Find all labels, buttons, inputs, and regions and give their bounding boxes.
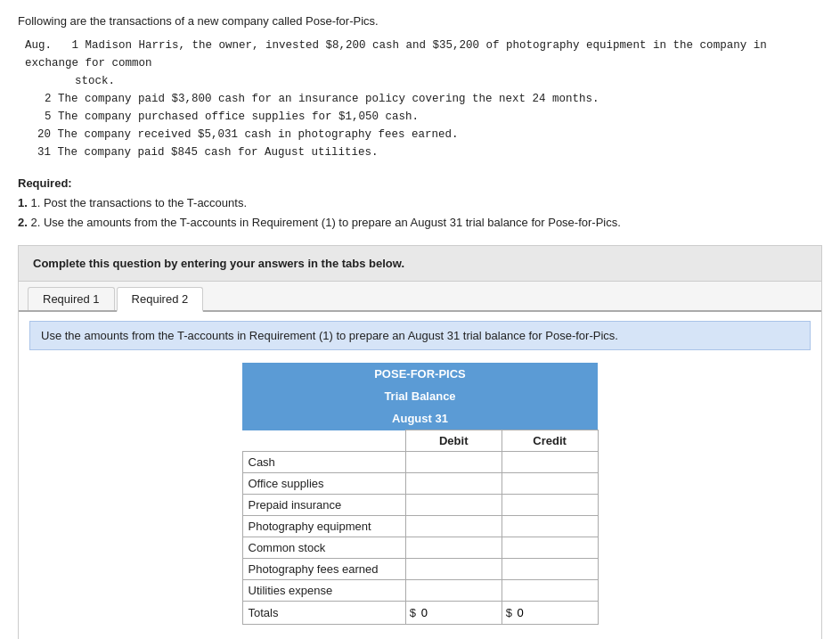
office-supplies-debit-input[interactable] [406, 473, 502, 494]
row-label-common-stock: Common stock [242, 537, 405, 559]
cash-credit-cell[interactable] [502, 452, 598, 473]
cash-credit-input[interactable] [502, 452, 598, 472]
table-row: Utilities expense [242, 580, 598, 602]
tab-instruction: Use the amounts from the T-accounts in R… [29, 321, 811, 350]
transactions-block: Aug. 1 Madison Harris, the owner, invest… [25, 37, 822, 161]
trial-balance-table: POSE-FOR-PICS Trial Balance August 31 De… [242, 363, 599, 625]
utilities-expense-credit-cell[interactable] [502, 580, 598, 602]
required-point1: 1. 1. Post the transactions to the T-acc… [18, 193, 822, 213]
report-date-cell: August 31 [242, 407, 598, 430]
totals-credit-dollar: $ [506, 606, 512, 619]
prepaid-insurance-debit-input[interactable] [406, 495, 502, 515]
photography-equipment-debit-cell[interactable] [405, 516, 502, 537]
utilities-expense-debit-cell[interactable] [405, 580, 502, 602]
prepaid-insurance-credit-cell[interactable] [502, 495, 598, 516]
month-label: Aug. 1 Madison Harris, the owner, invest… [25, 39, 767, 70]
totals-debit-cell[interactable]: $ [405, 602, 502, 625]
transaction-line-2: 2 The company paid $3,800 cash for an in… [45, 90, 822, 108]
row-label-photography-fees: Photography fees earned [242, 559, 405, 580]
row-label-photography-equipment: Photography equipment [242, 516, 405, 537]
transaction-line-4: 20 The company received $5,031 cash in p… [37, 126, 822, 143]
instruction-box-text: Complete this question by entering your … [33, 257, 404, 270]
totals-label: Totals [242, 602, 405, 625]
tab-required2[interactable]: Required 2 [117, 287, 204, 312]
transaction-line-5: 31 The company paid $845 cash for August… [37, 143, 822, 161]
row-label-prepaid-insurance: Prepaid insurance [242, 495, 405, 516]
common-stock-credit-input[interactable] [502, 537, 598, 558]
common-stock-credit-cell[interactable] [502, 537, 598, 559]
transaction-line-3: 5 The company purchased office supplies … [45, 108, 822, 126]
common-stock-debit-cell[interactable] [405, 537, 502, 559]
intro-text: Following are the transactions of a new … [18, 14, 822, 28]
row-label-office-supplies: Office supplies [242, 473, 405, 495]
col-debit-header: Debit [405, 430, 502, 452]
col-credit-header: Credit [502, 430, 598, 452]
transaction-line-1b: stock. [75, 72, 822, 90]
photography-equipment-debit-input[interactable] [406, 516, 502, 537]
table-row: Prepaid insurance [242, 495, 598, 516]
office-supplies-debit-cell[interactable] [405, 473, 502, 495]
photography-fees-debit-cell[interactable] [405, 559, 502, 580]
report-date-row: August 31 [242, 407, 598, 430]
transaction-line-1: Aug. 1 Madison Harris, the owner, invest… [25, 37, 822, 72]
row-label-cash: Cash [242, 452, 405, 473]
utilities-expense-debit-input[interactable] [406, 580, 502, 601]
company-name-cell: POSE-FOR-PICS [242, 363, 598, 385]
row-label-utilities-expense: Utilities expense [242, 580, 405, 602]
required-section: Required: 1. 1. Post the transactions to… [18, 174, 822, 233]
totals-credit-input[interactable] [518, 606, 562, 619]
utilities-expense-credit-input[interactable] [502, 580, 598, 601]
table-row: Office supplies [242, 473, 598, 495]
required-label: Required: [18, 174, 822, 193]
tab-instruction-text: Use the amounts from the T-accounts in R… [41, 329, 618, 342]
office-supplies-credit-input[interactable] [502, 473, 598, 494]
common-stock-debit-input[interactable] [406, 537, 502, 558]
col-label-spacer [242, 430, 405, 452]
photography-fees-credit-cell[interactable] [502, 559, 598, 580]
office-supplies-credit-cell[interactable] [502, 473, 598, 495]
photography-equipment-credit-input[interactable] [502, 516, 598, 537]
tab2-content: Use the amounts from the T-accounts in R… [19, 312, 821, 639]
totals-debit-dollar: $ [410, 606, 416, 619]
col-headers-row: Debit Credit [242, 430, 598, 452]
table-row: Photography equipment [242, 516, 598, 537]
tabs-row: Required 1 Required 2 [19, 282, 821, 312]
prepaid-insurance-credit-input[interactable] [502, 495, 598, 515]
table-row: Common stock [242, 537, 598, 559]
tab-required1[interactable]: Required 1 [28, 287, 115, 310]
table-row: Cash [242, 452, 598, 473]
photography-fees-debit-input[interactable] [406, 559, 502, 579]
tabs-container: Required 1 Required 2 Use the amounts fr… [18, 282, 822, 639]
required-point2: 2. 2. Use the amounts from the T-account… [18, 213, 822, 233]
photography-fees-credit-input[interactable] [502, 559, 598, 579]
prepaid-insurance-debit-cell[interactable] [405, 495, 502, 516]
company-name-row: POSE-FOR-PICS [242, 363, 598, 385]
cash-debit-input[interactable] [406, 452, 502, 472]
photography-equipment-credit-cell[interactable] [502, 516, 598, 537]
totals-debit-input[interactable] [421, 606, 466, 619]
instruction-box: Complete this question by entering your … [18, 245, 822, 282]
table-row: Photography fees earned [242, 559, 598, 580]
totals-credit-cell[interactable]: $ [502, 602, 598, 625]
report-title-cell: Trial Balance [242, 385, 598, 407]
totals-row: Totals $ $ [242, 602, 598, 625]
cash-debit-cell[interactable] [405, 452, 502, 473]
report-title-row: Trial Balance [242, 385, 598, 407]
trial-balance-wrapper: POSE-FOR-PICS Trial Balance August 31 De… [29, 363, 811, 639]
